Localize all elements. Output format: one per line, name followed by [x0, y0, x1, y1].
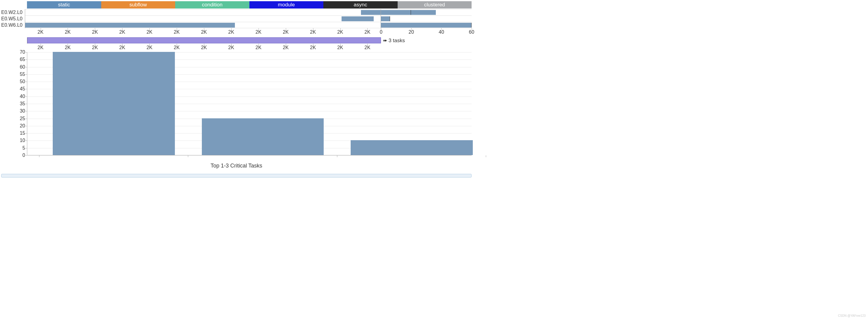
axis-tick: 2K	[365, 29, 371, 35]
y-axis-tick: 0	[23, 153, 25, 158]
y-axis-tick: 20	[20, 123, 25, 129]
task-count-label: 3 tasks	[389, 38, 405, 44]
axis-tick: 2K	[92, 29, 98, 35]
gantt-side-bar[interactable]	[381, 10, 411, 15]
critical-tasks-barchart: 0510152025303540455055606570	[1, 52, 472, 155]
axis-tick: 2K	[201, 29, 207, 35]
legend-item-module[interactable]: module	[249, 1, 324, 8]
axis-tick: 40	[439, 29, 444, 35]
legend-item-condition[interactable]: condition	[175, 1, 249, 8]
legend-item-clustered[interactable]: clustered	[398, 1, 472, 8]
y-axis-tick: 55	[20, 71, 25, 77]
axis-tick: 2K	[283, 45, 289, 50]
gantt-row-label: E0.W2.L0	[1, 9, 25, 16]
y-axis-tick: 70	[20, 50, 25, 55]
legend-item-static[interactable]: static	[27, 1, 101, 8]
summary-bar[interactable]	[27, 37, 381, 44]
axis-tick: 2K	[65, 29, 71, 35]
summary-row: ➠ 3 tasks	[1, 37, 472, 44]
y-axis-tick: 30	[20, 108, 25, 114]
y-axis-tick: 25	[20, 116, 25, 121]
y-axis-tick: 15	[20, 131, 25, 136]
gantt-row-label: E0.W6.L0	[1, 22, 25, 28]
y-axis-tick: 50	[20, 79, 25, 84]
axis-tick: 2K	[119, 45, 125, 50]
y-axis-tick: 5	[23, 145, 25, 151]
legend-item-subflow[interactable]: subflow	[101, 1, 176, 8]
axis-tick: 2K	[228, 45, 234, 50]
bar[interactable]	[202, 118, 324, 155]
bar[interactable]	[351, 140, 473, 155]
footer-panel-collapsed[interactable]	[1, 174, 472, 177]
gantt-task-bar[interactable]	[25, 23, 235, 28]
y-axis-tick: 40	[20, 94, 25, 99]
gantt-side-bar[interactable]	[381, 23, 472, 28]
gantt-task-bar[interactable]	[342, 17, 374, 21]
axis-tick: 2K	[337, 45, 343, 50]
axis-tick: 2K	[255, 29, 261, 35]
summary-task-count: ➠ 3 tasks	[381, 37, 472, 44]
y-axis-tick: 10	[20, 138, 25, 143]
gantt-side-bar[interactable]	[381, 17, 390, 21]
axis-tick: 2K	[255, 45, 261, 50]
gantt-row-label: E0.W5.L0	[1, 16, 25, 22]
axis-tick: 2K	[174, 45, 180, 50]
axis-tick: 0	[380, 29, 382, 35]
legend-bar: staticsubflowconditionmoduleasynccluster…	[27, 1, 472, 8]
axis-tick: 2K	[92, 45, 98, 50]
arrow-icon: ➠	[383, 37, 387, 44]
legend-item-async[interactable]: async	[323, 1, 398, 8]
axis-tick: 2K	[201, 45, 207, 50]
axis-tick: 2K	[310, 45, 316, 50]
bar[interactable]	[53, 52, 175, 155]
axis-tick: 2K	[65, 45, 71, 50]
y-axis-tick: 35	[20, 101, 25, 107]
axis-tick: 2K	[38, 29, 44, 35]
axis-tick: 2K	[310, 29, 316, 35]
barchart-title: Top 1-3 Critical Tasks	[1, 163, 472, 169]
y-axis-tick: 45	[20, 86, 25, 92]
axis-tick: 2K	[283, 29, 289, 35]
axis-tick: 2K	[119, 29, 125, 35]
y-axis-tick: 65	[20, 57, 25, 62]
axis-tick: 2K	[38, 45, 44, 50]
axis-tick: 60	[469, 29, 474, 35]
gantt-chart: E0.W2.L0E0.W5.L0E0.W6.L0	[1, 9, 472, 28]
axis-tick: 2K	[365, 45, 371, 50]
y-axis-tick: 60	[20, 64, 25, 70]
axis-tick: 20	[408, 29, 414, 35]
axis-tick: 2K	[228, 29, 234, 35]
axis-tick: 2K	[174, 29, 180, 35]
axis-tick: 2K	[337, 29, 343, 35]
axis-tick: 2K	[146, 45, 152, 50]
axis-tick: 2K	[146, 29, 152, 35]
